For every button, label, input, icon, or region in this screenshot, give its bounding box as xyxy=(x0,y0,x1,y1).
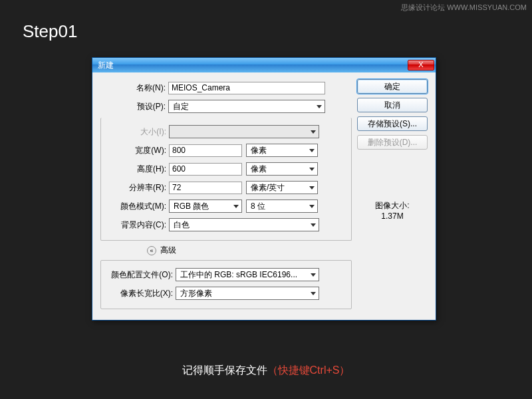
pixel-aspect-value: 方形像素 xyxy=(180,288,212,299)
pixel-aspect-select[interactable]: 方形像素 xyxy=(176,287,319,300)
preset-select[interactable]: 自定 xyxy=(168,100,325,113)
advanced-toggle[interactable]: « 高级 xyxy=(147,245,352,256)
bit-depth-value: 8 位 xyxy=(251,201,265,212)
footer-tip: 记得顺手保存文件（快捷键Ctrl+S） xyxy=(0,364,532,378)
close-button[interactable]: X xyxy=(408,60,434,70)
chevron-down-icon xyxy=(309,149,315,152)
preset-label: 预设(P): xyxy=(100,101,168,112)
color-mode-select[interactable]: RGB 颜色 xyxy=(169,200,242,213)
color-mode-label: 颜色模式(M): xyxy=(101,201,169,212)
chevron-down-icon xyxy=(309,205,315,208)
resolution-unit-value: 像素/英寸 xyxy=(251,182,285,194)
image-size-info: 图像大小: 1.37M xyxy=(357,200,428,221)
bg-select[interactable]: 白色 xyxy=(169,218,319,231)
height-input[interactable] xyxy=(169,163,242,176)
bit-depth-select[interactable]: 8 位 xyxy=(246,200,318,213)
width-input[interactable] xyxy=(169,144,242,157)
chevron-down-icon xyxy=(309,186,315,190)
chevron-down-icon xyxy=(233,205,239,208)
color-profile-value: 工作中的 RGB: sRGB IEC6196... xyxy=(180,269,297,281)
chevron-down-icon xyxy=(317,105,322,108)
form-area: 名称(N): 预设(P): 自定 大小(I): 宽度(W): xyxy=(100,79,352,309)
delete-preset-button: 删除预设(D)... xyxy=(357,135,428,150)
advanced-group: 颜色配置文件(O): 工作中的 RGB: sRGB IEC6196... 像素长… xyxy=(100,260,352,309)
tip-white: 记得顺手保存文件 xyxy=(182,364,267,376)
dialog-title: 新建 xyxy=(98,60,408,71)
pixel-aspect-label: 像素长宽比(X): xyxy=(101,288,176,299)
resolution-unit-select[interactable]: 像素/英寸 xyxy=(246,181,318,194)
save-preset-button[interactable]: 存储预设(S)... xyxy=(357,116,428,131)
color-profile-label: 颜色配置文件(O): xyxy=(101,269,176,281)
chevron-down-icon xyxy=(311,273,316,277)
height-label: 高度(H): xyxy=(101,164,169,175)
step-heading: Step01 xyxy=(23,21,77,42)
name-label: 名称(N): xyxy=(100,82,168,94)
watermark-text: 思缘设计论坛 WWW.MISSYUAN.COM xyxy=(401,3,527,13)
chevron-down-icon xyxy=(311,292,316,295)
width-unit-select[interactable]: 像素 xyxy=(246,144,318,157)
bg-label: 背景内容(C): xyxy=(101,219,169,231)
size-label: 大小(I): xyxy=(101,126,169,138)
width-unit-value: 像素 xyxy=(251,145,267,156)
tip-red: （快捷键Ctrl+S） xyxy=(267,364,350,376)
chevron-down-icon xyxy=(311,130,316,134)
ok-button[interactable]: 确定 xyxy=(357,79,428,94)
chevron-down-icon xyxy=(311,223,316,227)
image-size-label: 图像大小: xyxy=(357,200,428,211)
advanced-label: 高级 xyxy=(160,245,176,256)
height-unit-value: 像素 xyxy=(251,164,267,175)
cancel-button[interactable]: 取消 xyxy=(357,98,428,112)
dimensions-group: 大小(I): 宽度(W): 像素 高度(H): 像素 xyxy=(100,118,352,241)
name-input[interactable] xyxy=(168,82,325,94)
bg-value: 白色 xyxy=(174,219,190,231)
image-size-value: 1.37M xyxy=(357,211,428,221)
width-label: 宽度(W): xyxy=(101,145,169,156)
side-panel: 确定 取消 存储预设(S)... 删除预设(D)... 图像大小: 1.37M xyxy=(357,79,428,309)
dialog-titlebar[interactable]: 新建 X xyxy=(92,58,436,72)
collapse-icon: « xyxy=(147,246,156,255)
resolution-label: 分辨率(R): xyxy=(101,182,169,194)
color-mode-value: RGB 颜色 xyxy=(174,201,209,212)
height-unit-select[interactable]: 像素 xyxy=(246,162,318,176)
color-profile-select[interactable]: 工作中的 RGB: sRGB IEC6196... xyxy=(176,268,319,281)
new-document-dialog: 新建 X 名称(N): 预设(P): 自定 大小(I): xyxy=(92,57,436,321)
resolution-input[interactable] xyxy=(169,182,242,194)
size-select xyxy=(169,125,319,138)
chevron-down-icon xyxy=(309,168,315,171)
preset-value: 自定 xyxy=(173,101,189,112)
